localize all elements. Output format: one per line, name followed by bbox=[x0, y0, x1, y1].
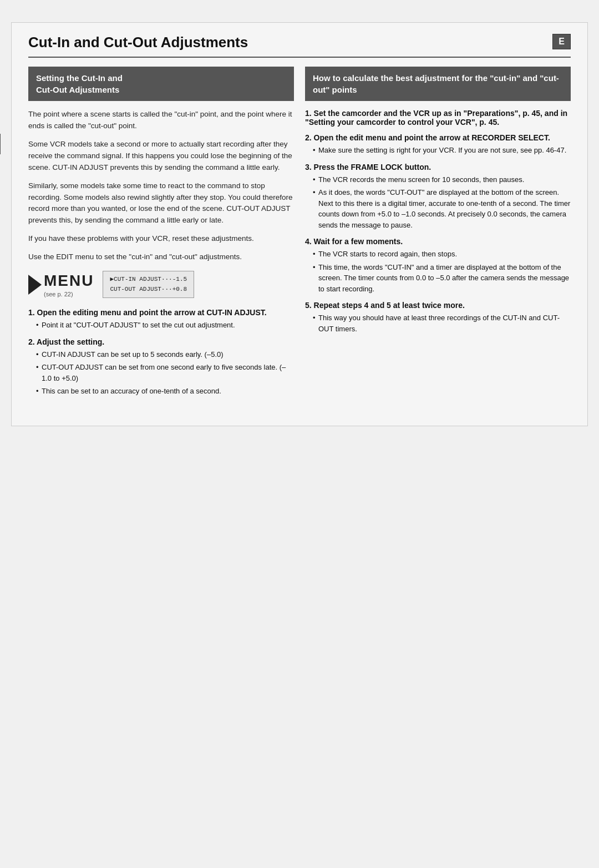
left-step-2-bullets: CUT-IN ADJUST can be set up to 5 seconds… bbox=[28, 349, 294, 397]
left-step-1-bullet-1: Point it at "CUT-OUT ADJUST" to set the … bbox=[36, 320, 294, 331]
left-header: Setting the Cut-In andCut-Out Adjustment… bbox=[28, 67, 294, 101]
right-step-3-bullets: The VCR records the menu screen for 10 s… bbox=[305, 174, 571, 231]
menu-display: ▶CUT-IN ADJUST···-1.5 CUT-OUT ADJUST···+… bbox=[103, 271, 194, 298]
right-step-5-title: 5. Repeat steps 4 and 5 at least twice m… bbox=[305, 301, 571, 310]
left-column: Setting the Cut-In andCut-Out Adjustment… bbox=[28, 67, 294, 403]
right-step-3-num: 3. bbox=[305, 163, 312, 171]
left-step-1: 1. Open the editing menu and point the a… bbox=[28, 308, 294, 331]
right-step-2: 2. Open the edit menu and point the arro… bbox=[305, 133, 571, 156]
left-step-2-bullet-2: CUT-OUT ADJUST can be set from one secon… bbox=[36, 362, 294, 383]
right-step-2-bullets: Make sure the setting is right for your … bbox=[305, 145, 571, 156]
right-column: How to calculate the best adjustment for… bbox=[305, 67, 571, 403]
page-inner: 50 Editing Cut-In and Cut-Out Adjustment… bbox=[11, 22, 588, 426]
page-number: 50 bbox=[0, 134, 1, 154]
right-step-5: 5. Repeat steps 4 and 5 at least twice m… bbox=[305, 301, 571, 334]
right-step-4-text: Wait for a few moments. bbox=[314, 237, 403, 246]
left-step-2-bullet-3: This can be set to an accuracy of one-te… bbox=[36, 386, 294, 397]
page-title: Cut-In and Cut-Out Adjustments bbox=[28, 34, 248, 51]
left-step-1-title: 1. Open the editing menu and point the a… bbox=[28, 308, 294, 317]
page-label-e: E bbox=[552, 34, 571, 49]
left-para-5: Use the EDIT menu to set the "cut-in" an… bbox=[28, 251, 294, 263]
menu-display-line2: CUT-OUT ADJUST···+0.8 bbox=[110, 285, 187, 295]
right-step-1-text: Set the camcorder and the VCR up as in "… bbox=[305, 109, 567, 127]
right-step-2-num: 2. bbox=[305, 133, 312, 142]
right-step-5-bullets: This way you should have at least three … bbox=[305, 312, 571, 334]
right-header-text: How to calculate the best adjustment for… bbox=[313, 73, 559, 94]
title-bar: Cut-In and Cut-Out Adjustments E bbox=[28, 34, 571, 58]
left-step-2-bullet-1: CUT-IN ADJUST can be set up to 5 seconds… bbox=[36, 349, 294, 360]
two-column-layout: Setting the Cut-In andCut-Out Adjustment… bbox=[28, 67, 571, 403]
left-para-1: The point where a scene starts is called… bbox=[28, 109, 294, 132]
left-para-4: If you have these problems with your VCR… bbox=[28, 233, 294, 245]
menu-display-line1: ▶CUT-IN ADJUST···-1.5 bbox=[110, 275, 187, 285]
menu-icon-box: MENU (see p. 22) bbox=[28, 272, 94, 297]
right-step-3-title: 3. Press the FRAME LOCK button. bbox=[305, 163, 571, 171]
left-header-text: Setting the Cut-In andCut-Out Adjustment… bbox=[36, 73, 123, 94]
left-step-1-text: Open the editing menu and point the arro… bbox=[37, 308, 267, 317]
right-steps-list: 1. Set the camcorder and the VCR up as i… bbox=[305, 109, 571, 334]
left-step-1-bullets: Point it at "CUT-OUT ADJUST" to set the … bbox=[28, 320, 294, 331]
right-step-1-num: 1. bbox=[305, 109, 312, 118]
menu-illustration: MENU (see p. 22) ▶CUT-IN ADJUST···-1.5 C… bbox=[28, 271, 294, 298]
menu-triangle-icon bbox=[28, 275, 42, 295]
right-step-2-text: Open the edit menu and point the arrow a… bbox=[314, 133, 550, 142]
right-header: How to calculate the best adjustment for… bbox=[305, 67, 571, 101]
left-steps-list: 1. Open the editing menu and point the a… bbox=[28, 308, 294, 397]
right-step-3-bullet-1: The VCR records the menu screen for 10 s… bbox=[313, 174, 571, 185]
right-step-4-title: 4. Wait for a few moments. bbox=[305, 237, 571, 246]
right-step-5-num: 5. bbox=[305, 301, 312, 310]
right-step-5-text: Repeat steps 4 and 5 at least twice more… bbox=[314, 301, 465, 310]
right-step-3: 3. Press the FRAME LOCK button. The VCR … bbox=[305, 163, 571, 231]
left-step-2-title: 2. Adjust the setting. bbox=[28, 337, 294, 346]
page: 50 Editing Cut-In and Cut-Out Adjustment… bbox=[0, 0, 599, 868]
right-step-1-title: 1. Set the camcorder and the VCR up as i… bbox=[305, 109, 571, 127]
right-step-4-bullet-2: This time, the words "CUT-IN" and a time… bbox=[313, 262, 571, 295]
menu-icon-group: MENU (see p. 22) bbox=[44, 272, 94, 297]
left-para-3: Similarly, some models take some time to… bbox=[28, 180, 294, 227]
left-step-2: 2. Adjust the setting. CUT-IN ADJUST can… bbox=[28, 337, 294, 397]
menu-see: (see p. 22) bbox=[44, 291, 94, 297]
right-step-3-bullet-2: As it does, the words "CUT-OUT" are disp… bbox=[313, 187, 571, 230]
right-step-2-bullet-1: Make sure the setting is right for your … bbox=[313, 145, 571, 156]
right-step-2-title: 2. Open the edit menu and point the arro… bbox=[305, 133, 571, 142]
right-step-4: 4. Wait for a few moments. The VCR start… bbox=[305, 237, 571, 294]
right-step-5-bullet-1: This way you should have at least three … bbox=[313, 312, 571, 334]
right-step-4-bullets: The VCR starts to record again, then sto… bbox=[305, 249, 571, 294]
menu-text: MENU bbox=[44, 272, 94, 290]
right-step-1: 1. Set the camcorder and the VCR up as i… bbox=[305, 109, 571, 127]
right-step-4-bullet-1: The VCR starts to record again, then sto… bbox=[313, 249, 571, 260]
left-step-1-num: 1. bbox=[28, 308, 35, 317]
left-para-2: Some VCR models take a second or more to… bbox=[28, 139, 294, 174]
right-step-4-num: 4. bbox=[305, 237, 312, 246]
left-step-2-text: Adjust the setting. bbox=[37, 337, 104, 346]
left-step-2-num: 2. bbox=[28, 337, 35, 346]
right-step-3-text: Press the FRAME LOCK button. bbox=[314, 163, 432, 171]
